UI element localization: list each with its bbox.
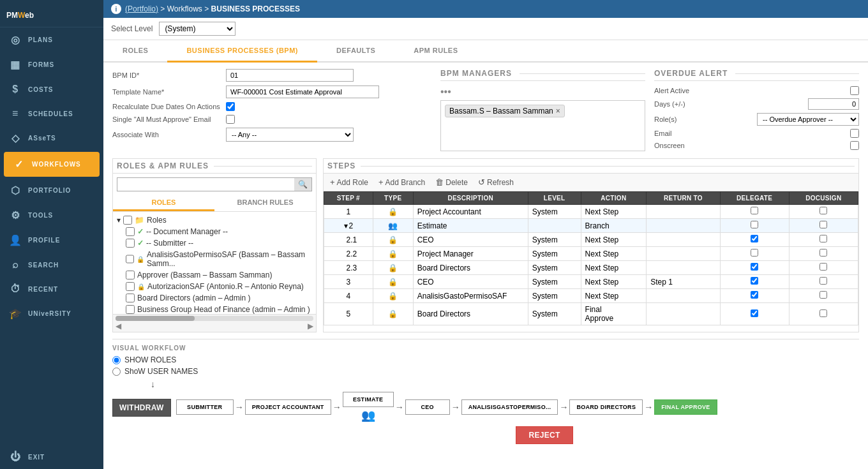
step-num: 2.1	[324, 233, 373, 247]
sidebar-item-schedules[interactable]: ≡ SCHEDULES	[0, 101, 103, 126]
tree-item-label: Approver (Bassam – Bassam Samman)	[137, 271, 272, 279]
sidebar-item-search[interactable]: ⌕ SEARCH	[0, 253, 103, 277]
scroll-left-arrow[interactable]: ◀	[116, 322, 121, 331]
tree-item-label: -- Document Manager --	[146, 227, 228, 236]
add-branch-button[interactable]: + Add Branch	[376, 176, 428, 188]
template-name-input[interactable]	[226, 86, 379, 98]
tab-branch-rules[interactable]: BRANCH RULES	[214, 195, 316, 211]
tree-root-label: Roles	[147, 216, 167, 225]
days-input[interactable]	[808, 98, 859, 110]
expand-icon[interactable]: ▾	[344, 221, 348, 230]
add-role-label: Add Role	[337, 178, 368, 187]
step-delegate	[720, 275, 789, 289]
tab-apm[interactable]: APM RULES	[394, 40, 477, 63]
bpm-id-input[interactable]	[226, 69, 354, 82]
steps-panel: STEPS + Add Role + Add Branch 🗑 De	[323, 158, 859, 332]
show-usernames-radio[interactable]	[112, 368, 121, 376]
steps-toolbar: + Add Role + Add Branch 🗑 Delete ↺ Refre…	[324, 174, 858, 191]
step-desc: Project Manager	[413, 247, 528, 261]
schedules-icon: ≡	[9, 108, 22, 119]
sidebar-item-exit[interactable]: ⏻ EXIT	[0, 445, 103, 469]
tab-bar: ROLES BUSINESS PROCESSES (BPM) DEFAULTS …	[103, 40, 868, 63]
alert-active-checkbox[interactable]	[850, 86, 859, 95]
step-num: 4	[324, 289, 373, 303]
step-action: Next Step	[581, 275, 647, 289]
visual-workflow-header: VISUAL WORKFLOW	[112, 345, 859, 352]
single-email-checkbox[interactable]	[226, 115, 235, 124]
tree-item-checkbox[interactable]	[126, 271, 135, 279]
roles-panel: ROLES & APM RULES 🔍 ROLES BRANCH RULES	[112, 158, 317, 332]
delete-button[interactable]: 🗑 Delete	[433, 176, 470, 188]
add-role-button[interactable]: + Add Role	[327, 176, 371, 188]
sidebar-item-university[interactable]: 🎓 UNiveRSITY	[0, 301, 103, 326]
roles-select[interactable]: -- Overdue Approver --	[757, 113, 859, 126]
info-icon[interactable]: i	[111, 4, 121, 14]
check-icon: ✓	[137, 239, 144, 248]
sidebar-item-profile[interactable]: 👤 PROFILE	[0, 228, 103, 253]
sidebar-item-costs[interactable]: $ COSTS	[0, 77, 103, 101]
sidebar-item-portfolio[interactable]: ⬡ PORTFOLIO	[0, 178, 103, 203]
level-select[interactable]: (System)ProjectPortfolio	[159, 22, 236, 36]
tree-item-checkbox[interactable]	[126, 255, 134, 264]
bpm-id-label: BPM ID*	[112, 71, 221, 79]
tree-item-checkbox[interactable]	[126, 227, 135, 236]
associate-with-select[interactable]: -- Any --	[226, 128, 354, 142]
step-num: 1	[324, 205, 373, 219]
steps-table-container: STEP # TYPE DESCRIPTION LEVEL ACTION RET…	[324, 191, 858, 325]
step-return	[647, 205, 720, 219]
tab-defaults[interactable]: DEFAULTS	[317, 40, 394, 63]
show-roles-radio[interactable]	[112, 356, 121, 364]
delete-icon: 🗑	[435, 177, 444, 187]
refresh-icon: ↺	[478, 177, 485, 187]
step-type: 🔒	[373, 233, 413, 247]
tree-item-checkbox[interactable]	[126, 282, 135, 291]
manager-remove-button[interactable]: ×	[556, 107, 560, 115]
col-action: ACTION	[581, 192, 647, 205]
managers-box: Bassam.S – Bassam Samman ×	[440, 100, 645, 151]
step-desc: CEO	[413, 275, 528, 289]
sidebar-item-assets[interactable]: ◇ ASseTS	[0, 126, 103, 151]
sidebar-item-plans[interactable]: ◎ PLANS	[0, 27, 103, 52]
roles-search-input[interactable]	[117, 179, 294, 190]
onscreen-checkbox[interactable]	[850, 141, 859, 150]
tree-item-checkbox[interactable]	[126, 294, 135, 302]
sidebar-item-recent[interactable]: ⏱ RECENT	[0, 277, 103, 301]
sidebar-item-label: FORMS	[28, 61, 54, 68]
scroll-right-arrow[interactable]: ▶	[308, 322, 313, 331]
breadcrumb-sep2: >	[204, 4, 209, 13]
step-delegate	[720, 219, 789, 233]
tree-item-checkbox[interactable]	[126, 239, 135, 248]
roles-search-button[interactable]: 🔍	[294, 178, 311, 191]
step-return	[647, 233, 720, 247]
workflow-node-reject: REJECT	[516, 426, 573, 444]
workflow-node-project-accountant: PROJECT ACCOUNTANT	[245, 399, 331, 415]
step-return	[647, 261, 720, 275]
sidebar-item-workflows[interactable]: ✓ WORKFLOWS	[4, 152, 100, 177]
recalculate-checkbox[interactable]	[226, 102, 235, 111]
managers-dots-button[interactable]: •••	[440, 86, 645, 98]
sidebar-item-label: UNiveRSITY	[28, 310, 71, 317]
col-return-to: RETURN TO	[647, 192, 720, 205]
collapse-icon[interactable]: ▾	[117, 216, 121, 225]
col-docusign: DOCUSIGN	[789, 192, 858, 205]
refresh-button[interactable]: ↺ Refresh	[475, 176, 516, 188]
sidebar-item-tools[interactable]: ⚙ TOOLS	[0, 203, 103, 228]
tree-item-label: -- Submitter --	[146, 239, 193, 248]
step-docusign	[789, 289, 858, 303]
step-type: 🔒	[373, 303, 413, 325]
tab-roles[interactable]: ROLES	[103, 40, 167, 63]
breadcrumb-link[interactable]: (Portfolio)	[125, 4, 158, 13]
tab-bpm[interactable]: BUSINESS PROCESSES (BPM)	[167, 40, 317, 63]
step-type: 🔒	[373, 205, 413, 219]
steps-section-label: STEPS	[327, 161, 355, 170]
tab-roles-inner[interactable]: ROLES	[113, 195, 214, 211]
step-delegate	[720, 303, 789, 325]
col-step: STEP #	[324, 192, 373, 205]
sidebar-item-forms[interactable]: ▦ FORMS	[0, 52, 103, 77]
university-icon: 🎓	[9, 308, 22, 320]
email-checkbox[interactable]	[850, 129, 859, 138]
role-tabs: ROLES BRANCH RULES	[113, 195, 316, 212]
step-return	[647, 247, 720, 261]
tree-item-checkbox[interactable]	[126, 305, 135, 314]
tree-root-checkbox[interactable]	[123, 216, 132, 225]
